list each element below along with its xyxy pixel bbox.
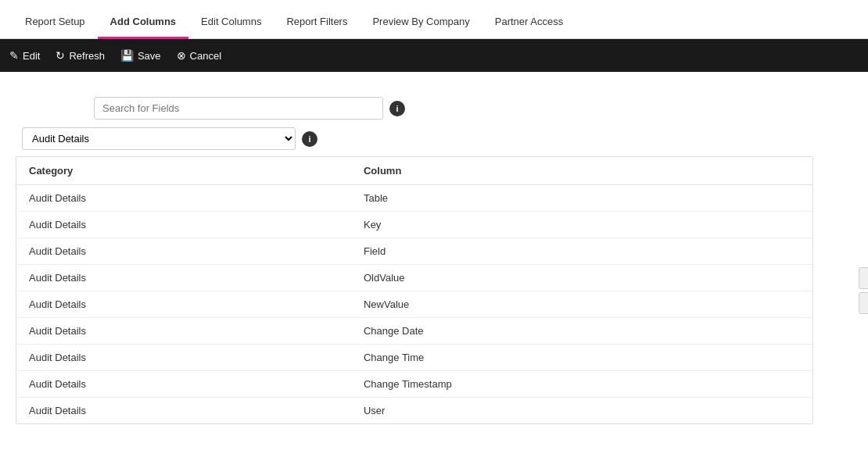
row-column: Change Time xyxy=(351,345,812,371)
edit-icon: ✎ xyxy=(9,49,19,62)
category-row: Audit Details i xyxy=(16,127,852,150)
row-category: Audit Details xyxy=(16,265,351,291)
row-category: Audit Details xyxy=(16,398,351,424)
table-row[interactable]: Audit Details Change Timestamp xyxy=(16,371,812,398)
toolbar-save[interactable]: 💾Save xyxy=(120,49,161,62)
toolbar-refresh-label: Refresh xyxy=(69,50,105,62)
row-category: Audit Details xyxy=(16,238,351,265)
side-buttons: >> << xyxy=(859,267,868,314)
columns-table: Category Column Audit Details Table Audi… xyxy=(16,157,812,423)
row-category: Audit Details xyxy=(16,291,351,318)
search-input[interactable] xyxy=(94,97,383,120)
row-column: OldValue xyxy=(351,265,812,291)
table-wrapper: Category Column Audit Details Table Audi… xyxy=(16,156,852,424)
row-column: User xyxy=(351,398,812,424)
table-row[interactable]: Audit Details Change Time xyxy=(16,345,812,371)
forward-button[interactable]: >> xyxy=(859,267,868,289)
table-row[interactable]: Audit Details NewValue xyxy=(16,291,812,318)
toolbar-refresh[interactable]: ↻Refresh xyxy=(56,49,105,62)
row-column: Table xyxy=(351,185,812,212)
row-category: Audit Details xyxy=(16,345,351,371)
row-column: Change Date xyxy=(351,318,812,345)
table-row[interactable]: Audit Details Table xyxy=(16,185,812,212)
row-category: Audit Details xyxy=(16,318,351,345)
row-column: NewValue xyxy=(351,291,812,318)
nav-item-preview-by-company[interactable]: Preview By Company xyxy=(360,5,482,39)
table-body: Audit Details Table Audit Details Key Au… xyxy=(16,185,812,424)
nav-item-report-setup[interactable]: Report Setup xyxy=(13,5,98,39)
nav-item-report-filters[interactable]: Report Filters xyxy=(274,5,360,39)
nav-item-edit-columns[interactable]: Edit Columns xyxy=(188,5,274,39)
form-area: i Audit Details i xyxy=(16,97,852,150)
columns-table-container: Category Column Audit Details Table Audi… xyxy=(16,156,813,424)
toolbar-cancel[interactable]: ⊗Cancel xyxy=(177,49,221,62)
nav-item-partner-access[interactable]: Partner Access xyxy=(482,5,576,39)
row-category: Audit Details xyxy=(16,185,351,212)
row-column: Key xyxy=(351,212,812,238)
field-category-select[interactable]: Audit Details xyxy=(22,127,296,150)
back-button[interactable]: << xyxy=(859,292,868,314)
search-info-icon[interactable]: i xyxy=(389,101,405,116)
toolbar-save-label: Save xyxy=(138,50,161,62)
toolbar: ✎Edit↻Refresh💾Save⊗Cancel xyxy=(0,39,868,72)
row-category: Audit Details xyxy=(16,371,351,398)
table-row[interactable]: Audit Details OldValue xyxy=(16,265,812,291)
row-column: Change Timestamp xyxy=(351,371,812,398)
table-row[interactable]: Audit Details Field xyxy=(16,238,812,265)
refresh-icon: ↻ xyxy=(56,49,65,62)
row-column: Field xyxy=(351,238,812,265)
table-row[interactable]: Audit Details Key xyxy=(16,212,812,238)
toolbar-cancel-label: Cancel xyxy=(190,50,221,62)
nav-item-add-columns[interactable]: Add Columns xyxy=(98,5,189,39)
column-column-header: Column xyxy=(351,157,812,185)
search-row: i xyxy=(94,97,852,120)
category-column-header: Category xyxy=(16,157,351,185)
toolbar-edit[interactable]: ✎Edit xyxy=(9,49,40,62)
table-row[interactable]: Audit Details Change Date xyxy=(16,318,812,345)
table-header-row: Category Column xyxy=(16,157,812,185)
save-icon: 💾 xyxy=(120,49,134,62)
table-row[interactable]: Audit Details User xyxy=(16,398,812,424)
toolbar-edit-label: Edit xyxy=(23,50,40,62)
top-navigation: Report SetupAdd ColumnsEdit ColumnsRepor… xyxy=(0,0,868,39)
cancel-icon: ⊗ xyxy=(177,49,186,62)
category-info-icon[interactable]: i xyxy=(302,131,317,147)
main-content: i Audit Details i Category Column Audit … xyxy=(0,72,868,437)
row-category: Audit Details xyxy=(16,212,351,238)
